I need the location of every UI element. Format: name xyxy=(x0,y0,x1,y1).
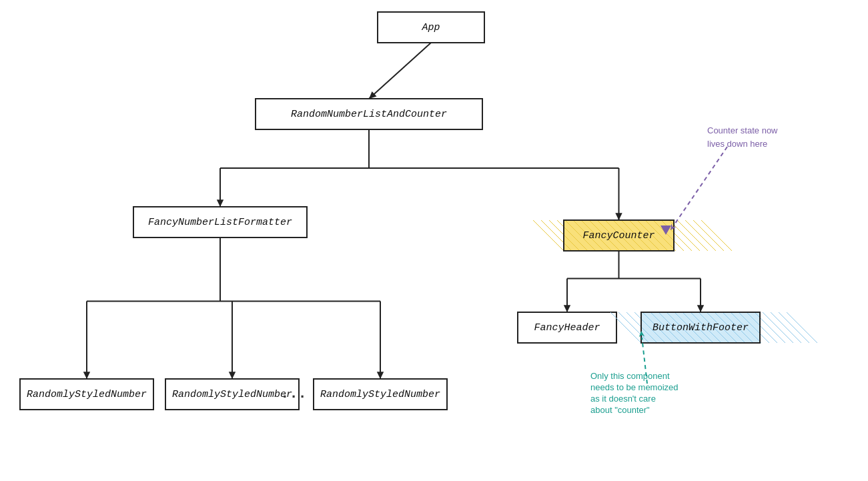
node-fancy-number-list-formatter xyxy=(133,207,307,237)
node-randomly-styled-number-2 xyxy=(165,379,299,410)
node-randomly-styled-number-3 xyxy=(314,379,447,410)
node-fancy-counter xyxy=(564,220,674,251)
node-random-number-list xyxy=(256,99,482,129)
node-fancy-header xyxy=(518,312,616,343)
node-app xyxy=(378,12,484,43)
node-button-with-footer xyxy=(641,312,760,343)
node-randomly-styled-number-1 xyxy=(20,379,153,410)
